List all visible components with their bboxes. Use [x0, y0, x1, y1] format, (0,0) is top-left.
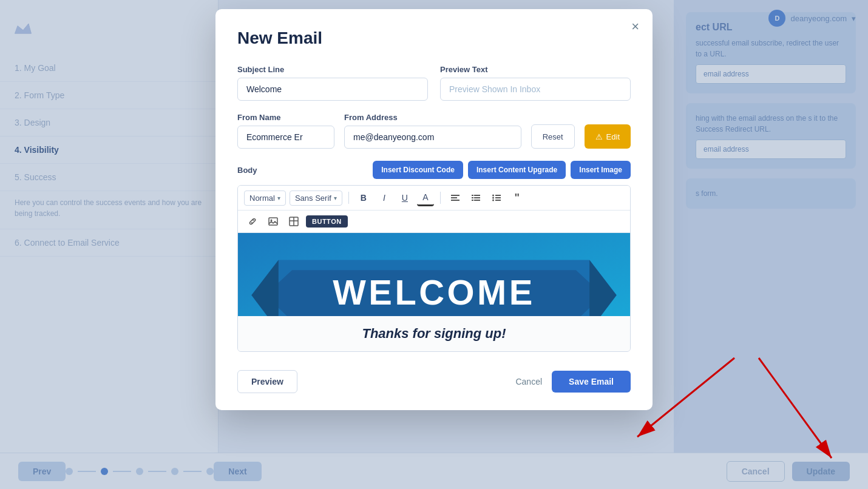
- preview-text-input[interactable]: [440, 78, 631, 101]
- from-address-input[interactable]: [344, 126, 521, 149]
- cancel-modal-button[interactable]: Cancel: [515, 377, 542, 386]
- svg-text:WELCOME: WELCOME: [333, 273, 535, 312]
- preview-text-group: Preview Text: [440, 65, 631, 101]
- modal-footer: Preview Cancel Save Email: [237, 362, 631, 393]
- footer-right: Cancel Save Email: [515, 371, 631, 393]
- welcome-banner-svg: WELCOME: [238, 233, 630, 316]
- subject-line-group: Subject Line: [237, 65, 428, 101]
- subject-line-input[interactable]: [237, 78, 428, 101]
- subject-preview-row: Subject Line Preview Text: [237, 65, 631, 101]
- svg-rect-7: [472, 197, 473, 198]
- svg-point-10: [492, 197, 494, 199]
- link-button[interactable]: [244, 213, 261, 230]
- link-icon: [247, 216, 258, 227]
- svg-rect-4: [474, 197, 480, 198]
- insert-image-button[interactable]: Insert Image: [571, 161, 631, 179]
- image-button[interactable]: [265, 213, 282, 230]
- paragraph-style-select[interactable]: Normal ▾: [244, 191, 286, 206]
- svg-rect-14: [495, 200, 501, 201]
- body-header: Body Insert Discount Code Insert Content…: [237, 161, 631, 179]
- italic-button[interactable]: I: [376, 189, 393, 206]
- bold-button[interactable]: B: [355, 189, 372, 206]
- body-actions: Insert Discount Code Insert Content Upgr…: [373, 161, 631, 179]
- svg-point-9: [492, 195, 494, 197]
- edit-button[interactable]: ⚠ Edit: [585, 124, 631, 149]
- ordered-list-icon: [471, 193, 481, 203]
- editor-content: WELCOME Thanks for signing up!: [238, 233, 630, 351]
- insert-discount-button[interactable]: Insert Discount Code: [373, 161, 463, 179]
- align-ordered-list-button[interactable]: [467, 189, 484, 206]
- save-email-button[interactable]: Save Email: [552, 371, 631, 393]
- svg-point-11: [492, 200, 494, 201]
- welcome-subtext: Thanks for signing up!: [352, 316, 515, 351]
- from-name-label: From Name: [237, 113, 334, 122]
- svg-rect-6: [472, 195, 473, 196]
- table-icon: [288, 216, 299, 227]
- svg-rect-15: [269, 218, 277, 225]
- svg-rect-12: [495, 195, 501, 196]
- paragraph-chevron-icon: ▾: [277, 195, 280, 201]
- text-color-button[interactable]: A: [417, 189, 434, 206]
- editor-toolbar: Normal ▾ Sans Serif ▾ B I U A ": [238, 186, 630, 211]
- table-button[interactable]: [285, 213, 302, 230]
- toolbar-separator: [348, 192, 349, 204]
- svg-rect-0: [451, 195, 459, 196]
- email-editor: Normal ▾ Sans Serif ▾ B I U A ": [237, 185, 631, 352]
- svg-rect-2: [451, 200, 459, 201]
- warning-icon: ⚠: [595, 132, 603, 141]
- modal-title: New Email: [237, 29, 631, 48]
- svg-rect-3: [474, 195, 480, 196]
- preview-button[interactable]: Preview: [237, 370, 297, 393]
- image-icon: [268, 216, 279, 227]
- svg-rect-8: [472, 200, 473, 201]
- from-name-group: From Name: [237, 113, 334, 149]
- svg-rect-13: [495, 197, 501, 198]
- align-unordered-list-button[interactable]: [488, 189, 505, 206]
- svg-rect-5: [474, 200, 480, 201]
- close-button[interactable]: ×: [631, 20, 639, 33]
- font-family-select[interactable]: Sans Serif ▾: [290, 191, 342, 206]
- from-row: From Name From Address Reset ⚠ Edit: [237, 113, 631, 149]
- underline-button[interactable]: U: [396, 189, 413, 206]
- blockquote-button[interactable]: ": [509, 189, 526, 206]
- body-label: Body: [237, 166, 257, 175]
- unordered-list-icon: [492, 193, 501, 203]
- subject-line-label: Subject Line: [237, 65, 428, 74]
- insert-content-upgrade-button[interactable]: Insert Content Upgrade: [468, 161, 566, 179]
- reset-button[interactable]: Reset: [531, 124, 575, 149]
- font-family-value: Sans Serif: [295, 194, 331, 203]
- button-insert-btn[interactable]: BUTTON: [306, 215, 348, 228]
- welcome-banner: WELCOME: [238, 233, 630, 316]
- preview-text-label: Preview Text: [440, 65, 631, 74]
- edit-button-label: Edit: [606, 132, 620, 141]
- from-name-input[interactable]: [237, 126, 334, 149]
- align-left-icon: [450, 193, 460, 203]
- font-chevron-icon: ▾: [334, 195, 337, 201]
- from-address-group: From Address: [344, 113, 521, 149]
- toolbar-separator-2: [440, 192, 441, 204]
- paragraph-style-value: Normal: [249, 194, 275, 203]
- from-address-label: From Address: [344, 113, 521, 122]
- new-email-modal: × New Email Subject Line Preview Text Fr…: [215, 9, 653, 410]
- editor-toolbar-row2: BUTTON: [238, 211, 630, 233]
- svg-rect-1: [451, 197, 457, 198]
- align-left-button[interactable]: [447, 189, 464, 206]
